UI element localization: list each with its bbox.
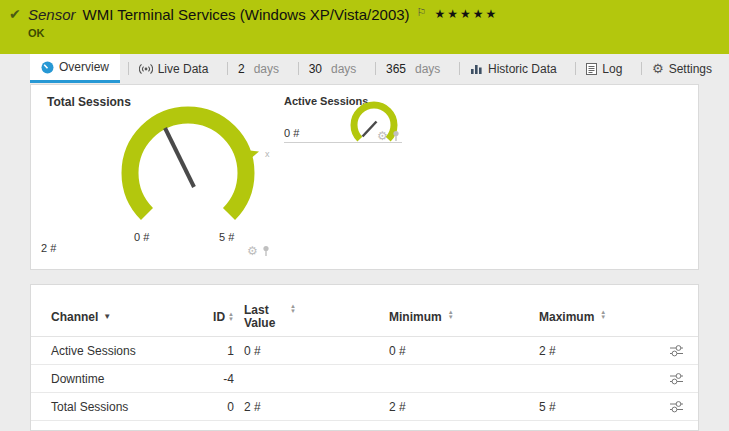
column-header-id[interactable]: ID ▲▼ bbox=[213, 310, 236, 324]
tab-unit-label: days bbox=[254, 62, 279, 76]
pin-icon[interactable] bbox=[262, 245, 270, 257]
column-label: Minimum bbox=[389, 310, 442, 324]
sort-icon[interactable]: ▲▼ bbox=[228, 312, 234, 322]
gauge-gear-icon[interactable]: ⚙ bbox=[377, 130, 388, 142]
tab-30-days[interactable]: 30 days bbox=[298, 54, 368, 83]
sort-icon[interactable]: ▲▼ bbox=[600, 310, 606, 320]
tab-unit-label: days bbox=[331, 62, 356, 76]
gauge-axis-marker: x bbox=[265, 149, 270, 159]
status-badge: OK bbox=[28, 27, 45, 39]
status-check-icon: ✔ bbox=[9, 6, 21, 22]
gauge-icon-group: ⚙ bbox=[247, 245, 270, 257]
object-kind-label: Sensor bbox=[28, 6, 76, 23]
channel-settings-icon[interactable] bbox=[670, 400, 684, 413]
log-icon bbox=[586, 63, 597, 75]
column-label: ID bbox=[213, 310, 225, 324]
gauge-icon-group: ⚙ bbox=[377, 130, 400, 142]
sort-desc-icon[interactable]: ▼ bbox=[103, 312, 111, 321]
tab-2-days[interactable]: 2 days bbox=[227, 54, 290, 83]
sort-icon[interactable]: ▲▼ bbox=[448, 310, 454, 320]
channel-id: 0 bbox=[227, 400, 236, 414]
tab-label: Historic Data bbox=[488, 62, 557, 76]
tab-label: Live Data bbox=[158, 62, 209, 76]
tab-label: 30 bbox=[309, 62, 322, 76]
tab-settings[interactable]: ⚙ Settings bbox=[641, 54, 723, 83]
tab-log[interactable]: Log bbox=[575, 54, 633, 83]
tab-label: Log bbox=[602, 62, 622, 76]
column-header-maximum[interactable]: Maximum ▲▼ bbox=[531, 310, 661, 324]
priority-stars[interactable]: ★★★★★ bbox=[434, 7, 498, 21]
tab-label: Settings bbox=[669, 62, 712, 76]
table-row: Downtime -4 bbox=[31, 365, 698, 393]
active-sessions-gauge bbox=[346, 97, 402, 153]
gauge-needle bbox=[165, 128, 194, 187]
channels-table-panel: Channel ▼ ID ▲▼ Last Value ▲▼ Minimum ▲▼… bbox=[30, 284, 699, 431]
tab-label: 2 bbox=[238, 62, 245, 76]
channel-last-value: 0 # bbox=[236, 344, 381, 358]
gauge-scale-min-label: 0 # bbox=[134, 231, 149, 243]
pin-icon[interactable] bbox=[392, 130, 400, 142]
channel-minimum: 0 # bbox=[381, 344, 531, 358]
channel-name[interactable]: Downtime bbox=[51, 372, 186, 386]
historic-data-chart-icon bbox=[470, 63, 483, 75]
flag-icon[interactable]: ⚐ bbox=[417, 6, 427, 19]
tab-bar: Overview Live Data 2 days 30 days 365 da… bbox=[0, 54, 729, 83]
column-label: Last Value bbox=[244, 304, 284, 330]
live-data-icon bbox=[139, 63, 153, 75]
tab-365-days[interactable]: 365 days bbox=[375, 54, 451, 83]
sort-icon[interactable]: ▲▼ bbox=[290, 304, 296, 314]
column-header-minimum[interactable]: Minimum ▲▼ bbox=[381, 310, 531, 324]
channel-maximum: 2 # bbox=[531, 344, 661, 358]
total-sessions-gauge: x bbox=[108, 93, 308, 253]
sensor-overview-page: ✔ Sensor WMI Terminal Services (Windows … bbox=[0, 0, 729, 431]
tab-overview[interactable]: Overview bbox=[30, 54, 120, 83]
channel-name[interactable]: Total Sessions bbox=[51, 400, 186, 414]
table-header-row: Channel ▼ ID ▲▼ Last Value ▲▼ Minimum ▲▼… bbox=[31, 297, 698, 337]
gauge-gear-icon[interactable]: ⚙ bbox=[247, 245, 258, 257]
total-sessions-current-value: 2 # bbox=[41, 242, 56, 254]
channel-last-value: 2 # bbox=[236, 400, 381, 414]
gauge-needle bbox=[363, 122, 377, 137]
tab-live-data[interactable]: Live Data bbox=[128, 54, 220, 83]
channel-maximum: 5 # bbox=[531, 400, 661, 414]
channel-id: -4 bbox=[223, 372, 236, 386]
overview-gauge-icon bbox=[41, 61, 54, 74]
channel-minimum: 2 # bbox=[381, 400, 531, 414]
column-label: Channel bbox=[51, 310, 98, 324]
sensor-title: WMI Terminal Services (Windows XP/Vista/… bbox=[83, 6, 410, 23]
tab-historic-data[interactable]: Historic Data bbox=[459, 54, 568, 83]
tab-unit-label: days bbox=[415, 62, 440, 76]
channel-settings-icon[interactable] bbox=[670, 344, 684, 357]
column-header-last-value[interactable]: Last Value ▲▼ bbox=[236, 304, 381, 330]
gauges-panel: Total Sessions x 0 # 5 # 2 # ⚙ Active Se… bbox=[30, 84, 699, 270]
settings-gear-icon: ⚙ bbox=[652, 62, 664, 75]
tab-label: 365 bbox=[386, 62, 406, 76]
channel-settings-icon[interactable] bbox=[670, 372, 684, 385]
channel-id: 1 bbox=[227, 344, 236, 358]
sensor-title-line: Sensor WMI Terminal Services (Windows XP… bbox=[28, 6, 498, 23]
column-header-channel[interactable]: Channel ▼ bbox=[51, 310, 186, 324]
column-label: Maximum bbox=[539, 310, 594, 324]
active-sessions-current-value: 0 # bbox=[284, 127, 299, 139]
sensor-header: ✔ Sensor WMI Terminal Services (Windows … bbox=[0, 0, 729, 54]
table-row: Active Sessions 1 0 # 0 # 2 # bbox=[31, 337, 698, 365]
gauge-scale-max-label: 5 # bbox=[219, 231, 234, 243]
table-row: Total Sessions 0 2 # 2 # 5 # bbox=[31, 393, 698, 421]
channel-name[interactable]: Active Sessions bbox=[51, 344, 186, 358]
tab-label: Overview bbox=[59, 60, 109, 74]
